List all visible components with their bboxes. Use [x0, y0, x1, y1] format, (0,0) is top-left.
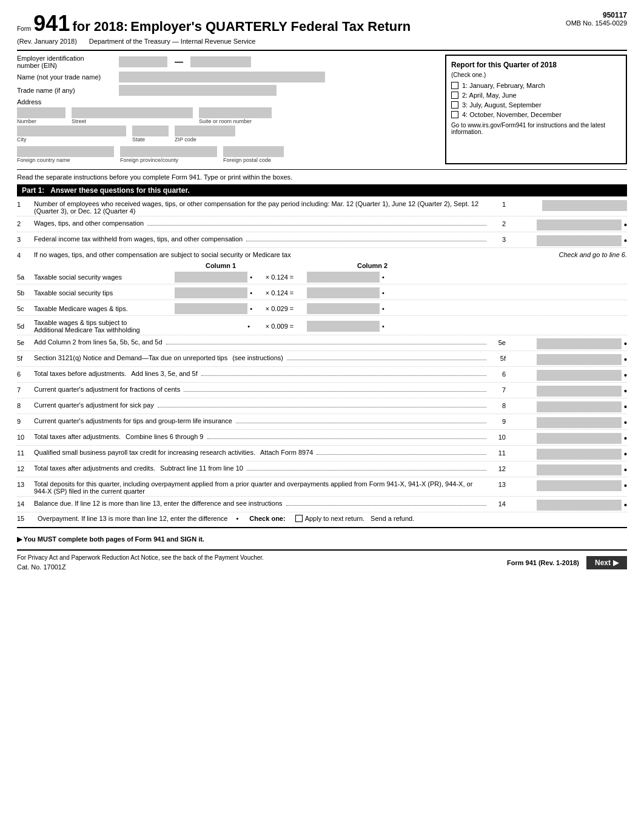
line-15-apply-radio[interactable] [295, 515, 303, 522]
line-1-ref: 1 [489, 200, 506, 208]
line-6-desc: Total taxes before adjustments. [34, 370, 126, 377]
zip-field: ZIP code [175, 126, 235, 143]
foreign-province-input[interactable] [120, 146, 217, 157]
street-input[interactable] [72, 107, 193, 118]
line-3-desc: Federal income tax withheld from wages, … [34, 235, 243, 243]
line-4-check-goto: Check and go to line 6. [558, 251, 627, 258]
line-5c-col1-input[interactable] [175, 303, 247, 314]
line-5a-col2-input[interactable] [307, 272, 380, 283]
line-5c-num: 5c [17, 305, 34, 312]
line-10-dots [207, 438, 487, 439]
number-input[interactable] [17, 107, 65, 118]
line-12-row: 12 Total taxes after adjustments and cre… [17, 463, 627, 477]
line-1-input[interactable] [542, 200, 627, 211]
col-spacer-left [51, 262, 172, 269]
line-5b-col2-input[interactable] [307, 287, 380, 298]
quarter-box: Report for this Quarter of 2018 (Check o… [445, 55, 627, 164]
line-15-refund-option[interactable]: Send a refund. [371, 515, 414, 522]
state-input[interactable] [132, 126, 169, 136]
trade-input[interactable] [119, 85, 277, 96]
quarter-option-2[interactable]: 2: April, May, June [451, 92, 621, 99]
line-5e-desc-area: Add Column 2 from lines 5a, 5b, 5c, and … [34, 338, 489, 346]
line-13-input[interactable] [537, 480, 622, 491]
foreign-country-input[interactable] [17, 146, 114, 157]
line-11-input[interactable] [537, 449, 622, 460]
line-5e-dot: • [624, 339, 627, 349]
line-5f-desc-area: Section 3121(q) Notice and Demand—Tax du… [34, 354, 489, 362]
omb-block: 950117 OMB No. 1545-0029 [566, 11, 627, 27]
line-6-num: 6 [17, 370, 34, 378]
line-14-desc-area: Balance due. If line 12 is more than lin… [34, 500, 489, 508]
line-7-input[interactable] [537, 386, 622, 397]
quarter-radio-4[interactable] [451, 111, 458, 118]
line-5d-mult: × 0.009 = [252, 323, 307, 330]
zip-input[interactable] [175, 126, 235, 136]
line-8-dot: • [624, 402, 627, 412]
line-5d-col2-input[interactable] [307, 321, 380, 332]
line-10-desc: Total taxes after adjustments. [34, 433, 121, 440]
line-13-input-area: • [506, 480, 627, 491]
quarter-option-3[interactable]: 3: July, August, September [451, 101, 621, 109]
line-14-dot: • [624, 500, 627, 510]
quarter-option-1[interactable]: 1: January, February, March [451, 82, 621, 89]
ein-input-1[interactable] [119, 56, 167, 67]
line-5f-dot: • [624, 355, 627, 364]
line-5f-ref: 5f [489, 354, 506, 362]
line-15-apply-option[interactable]: Apply to next return. [295, 515, 364, 522]
page-header: Form 941 for 2018: Employer's QUARTERLY … [17, 11, 627, 45]
line-3-dots [246, 241, 486, 241]
line-5a-desc: Taxable social security wages [34, 273, 155, 281]
form-bottom-ref: Form 941 (Rev. 1-2018) [507, 559, 579, 566]
quarter-radio-2[interactable] [451, 92, 458, 99]
line-5f-desc: Section 3121(q) Notice and Demand—Tax du… [34, 354, 227, 361]
page-footer: For Privacy Act and Paperwork Reduction … [17, 549, 627, 571]
line-13-desc: Total deposits for this quarter, includi… [34, 480, 489, 495]
line-12-input[interactable] [537, 464, 622, 475]
next-button[interactable]: Next ▶ [586, 556, 627, 569]
line-5b-mult: × 0.124 = [252, 289, 307, 297]
suite-input[interactable] [199, 107, 272, 118]
omb-label: OMB No. 1545-0029 [566, 19, 627, 27]
name-input[interactable] [119, 72, 325, 82]
line-5f-note: (see instructions) [232, 354, 283, 361]
line-5b-num: 5b [17, 289, 34, 297]
line-6-input[interactable] [537, 370, 622, 381]
quarter-radio-3[interactable] [451, 101, 458, 109]
line-9-desc-area: Current quarter's adjustments for tips a… [34, 417, 489, 425]
next-icon: ▶ [613, 558, 619, 567]
line-5a-col1-input[interactable] [175, 272, 247, 283]
quarter-option-4[interactable]: 4: October, November, December [451, 111, 621, 118]
line-4-num: 4 [17, 251, 34, 259]
line-2-input[interactable] [537, 220, 622, 230]
line-10-input[interactable] [537, 433, 622, 444]
line-10-input-area: • [506, 433, 627, 444]
line-6-row: 6 Total taxes before adjustments. Add li… [17, 369, 627, 383]
street-field: Street [72, 107, 193, 124]
col-spacer-mid [269, 262, 324, 269]
omb-number: 950117 [566, 11, 627, 19]
line-5f-input[interactable] [537, 354, 622, 365]
line-5c-desc: Taxable Medicare wages & tips. [34, 305, 155, 312]
line-7-desc-area: Current quarter's adjustment for fractio… [34, 386, 489, 394]
line-5b-col1-input[interactable] [175, 287, 247, 298]
quarter-label-4: 4: October, November, December [462, 111, 562, 118]
line-9-input[interactable] [537, 417, 622, 428]
line-8-input[interactable] [537, 401, 622, 412]
quarter-radio-1[interactable] [451, 82, 458, 89]
city-input[interactable] [17, 126, 126, 136]
line-5c-col2-input[interactable] [307, 303, 380, 314]
line-10-row: 10 Total taxes after adjustments. Combin… [17, 432, 627, 446]
line-7-ref: 7 [489, 386, 506, 394]
foreign-province-field: Foreign province/county [120, 146, 217, 163]
line-11-dot: • [624, 449, 627, 459]
line-9-num: 9 [17, 417, 34, 425]
line-3-input[interactable] [537, 235, 622, 246]
line-9-dots [236, 423, 486, 423]
line-8-dots [158, 407, 486, 407]
foreign-postal-input[interactable] [223, 146, 284, 157]
line-5e-input[interactable] [537, 338, 622, 349]
address-section: Address Number Street Suite or room numb… [17, 98, 438, 163]
ein-input-2[interactable] [190, 56, 251, 67]
line-14-input[interactable] [537, 500, 622, 511]
foreign-country-field: Foreign country name [17, 146, 114, 163]
